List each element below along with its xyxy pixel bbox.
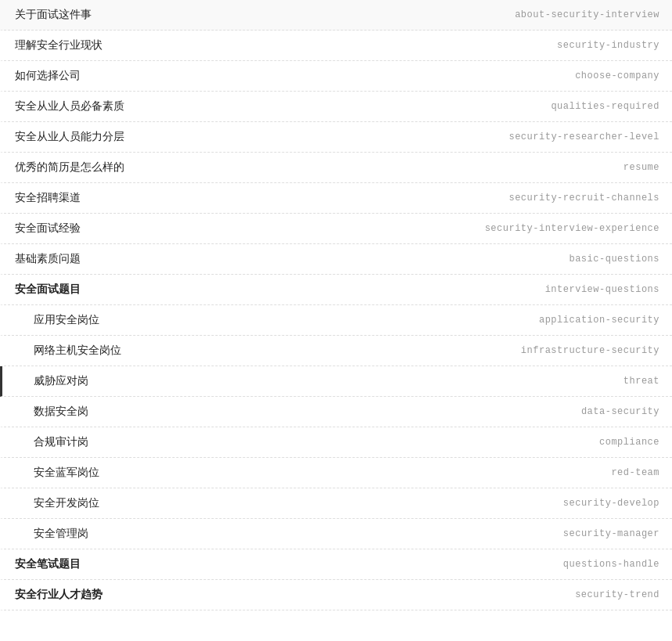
nav-item-security-industry[interactable]: 理解安全行业现状security-industry (0, 31, 672, 61)
nav-label-cn-resume: 优秀的简历是怎么样的 (15, 160, 124, 175)
nav-label-en-security-industry: security-industry (557, 40, 659, 51)
nav-label-cn-security-interview-experience: 安全面试经验 (15, 221, 81, 236)
nav-label-en-red-team: red-team (611, 467, 659, 478)
nav-label-cn-choose-company: 如何选择公司 (15, 69, 81, 83)
nav-label-cn-qualities-required: 安全从业人员必备素质 (15, 99, 124, 113)
nav-label-cn-threat: 威胁应对岗 (34, 374, 88, 388)
nav-item-interview-questions[interactable]: 安全面试题目interview-questions (0, 275, 672, 305)
nav-item-data-security[interactable]: 数据安全岗data-security (0, 397, 672, 427)
nav-label-en-security-recruit-channels: security-recruit-channels (508, 193, 659, 203)
nav-label-en-security-develop: security-develop (563, 498, 659, 509)
nav-item-security-manager[interactable]: 安全管理岗security-manager (0, 519, 672, 549)
nav-label-en-security-interview-experience: security-interview-experience (485, 223, 659, 234)
nav-item-security-interview-experience[interactable]: 安全面试经验security-interview-experience (0, 214, 672, 244)
nav-label-cn-interview-questions: 安全面试题目 (15, 283, 81, 297)
nav-label-en-security-manager: security-manager (563, 528, 659, 539)
nav-item-security-recruit-channels[interactable]: 安全招聘渠道security-recruit-channels (0, 183, 672, 214)
nav-label-en-compliance: compliance (599, 437, 659, 448)
nav-item-infrastructure-security[interactable]: 网络主机安全岗位infrastructure-security (0, 336, 672, 366)
nav-item-resume[interactable]: 优秀的简历是怎么样的resume (0, 153, 672, 183)
nav-label-cn-security-industry: 理解安全行业现状 (15, 38, 102, 52)
nav-label-en-about-security-interview: about-security-interview (515, 9, 659, 20)
nav-item-choose-company[interactable]: 如何选择公司choose-company (0, 61, 672, 92)
nav-label-cn-compliance: 合规审计岗 (34, 435, 88, 449)
nav-label-en-application-security: application-security (539, 315, 659, 326)
nav-label-en-questions-handle: questions-handle (563, 559, 659, 570)
nav-label-cn-infrastructure-security: 网络主机安全岗位 (34, 344, 121, 358)
nav-label-en-interview-questions: interview-questions (545, 284, 659, 295)
nav-label-en-basic-questions: basic-questions (569, 254, 659, 265)
nav-label-en-data-security: data-security (581, 406, 659, 417)
navigation-list: 关于面试这件事about-security-interview理解安全行业现状s… (0, 0, 672, 610)
nav-item-application-security[interactable]: 应用安全岗位application-security (0, 305, 672, 336)
nav-label-cn-questions-handle: 安全笔试题目 (15, 557, 81, 571)
nav-label-cn-security-researcher-level: 安全从业人员能力分层 (15, 130, 124, 144)
nav-label-cn-about-security-interview: 关于面试这件事 (15, 8, 92, 22)
nav-item-red-team[interactable]: 安全蓝军岗位red-team (0, 458, 672, 488)
nav-label-cn-application-security: 应用安全岗位 (34, 313, 99, 327)
nav-label-en-infrastructure-security: infrastructure-security (521, 345, 659, 356)
nav-item-basic-questions[interactable]: 基础素质问题basic-questions (0, 244, 672, 275)
nav-label-cn-data-security: 数据安全岗 (34, 405, 88, 419)
nav-item-qualities-required[interactable]: 安全从业人员必备素质qualities-required (0, 92, 672, 122)
nav-label-cn-security-trend: 安全行业人才趋势 (15, 588, 102, 602)
nav-label-cn-basic-questions: 基础素质问题 (15, 252, 81, 266)
nav-label-en-security-researcher-level: security-researcher-level (508, 131, 659, 142)
nav-label-en-threat: threat (623, 376, 659, 387)
nav-label-en-qualities-required: qualities-required (551, 101, 659, 112)
nav-item-threat[interactable]: 威胁应对岗threat (0, 366, 672, 397)
nav-item-security-researcher-level[interactable]: 安全从业人员能力分层security-researcher-level (0, 122, 672, 153)
nav-label-en-security-trend: security-trend (575, 589, 659, 600)
nav-label-cn-red-team: 安全蓝军岗位 (34, 466, 99, 480)
nav-label-cn-security-recruit-channels: 安全招聘渠道 (15, 191, 81, 205)
nav-label-cn-security-manager: 安全管理岗 (34, 527, 88, 541)
nav-item-security-trend[interactable]: 安全行业人才趋势security-trend (0, 580, 672, 610)
nav-item-compliance[interactable]: 合规审计岗compliance (0, 427, 672, 458)
nav-item-security-develop[interactable]: 安全开发岗位security-develop (0, 488, 672, 519)
nav-item-questions-handle[interactable]: 安全笔试题目questions-handle (0, 549, 672, 580)
nav-label-en-resume: resume (623, 162, 659, 173)
nav-label-cn-security-develop: 安全开发岗位 (34, 496, 99, 510)
nav-item-about-security-interview[interactable]: 关于面试这件事about-security-interview (0, 0, 672, 31)
nav-label-en-choose-company: choose-company (575, 70, 659, 81)
